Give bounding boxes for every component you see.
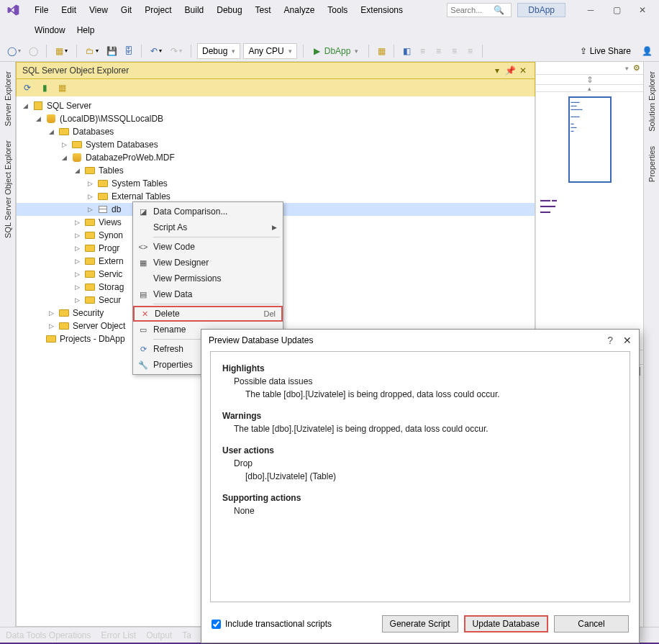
tb-icon-1[interactable]: ▦ — [375, 43, 388, 59]
cm-delete[interactable]: ✕DeleteDel — [133, 306, 283, 322]
new-item-button[interactable]: ▦▾ — [53, 46, 71, 56]
cm-data-comparison[interactable]: ◪Data Comparison... — [133, 204, 283, 219]
group-icon[interactable]: ▦ — [55, 80, 68, 96]
solution-label[interactable]: DbApp — [517, 3, 565, 17]
menu-extensions[interactable]: Extensions — [355, 2, 409, 18]
split-handle-icon[interactable]: ⇕ — [536, 75, 643, 85]
gear-icon[interactable]: ⚙ — [633, 63, 640, 73]
help-icon[interactable]: ? — [607, 335, 613, 346]
tab-data-tools[interactable]: Data Tools Operations — [6, 630, 91, 640]
include-transactional-checkbox[interactable]: Include transactional scripts — [212, 619, 332, 629]
menu-analyze[interactable]: Analyze — [278, 2, 321, 18]
search-box[interactable]: 🔍 — [447, 3, 512, 17]
menu-build[interactable]: Build — [179, 2, 210, 18]
update-database-button[interactable]: Update Database — [464, 615, 548, 632]
close-panel-icon[interactable]: ✕ — [517, 65, 529, 76]
tb-icon-2[interactable]: ◧ — [400, 43, 413, 59]
refresh-icon[interactable]: ⟳ — [21, 80, 34, 96]
config-dropdown[interactable]: Debug▾ — [197, 43, 240, 59]
minimize-button[interactable]: ─ — [578, 2, 603, 18]
tb-icon-5[interactable]: ≡ — [447, 43, 460, 59]
tb-icon-3[interactable]: ≡ — [416, 43, 429, 59]
checkbox-input[interactable] — [212, 620, 221, 629]
undo-button[interactable]: ↶▾ — [147, 46, 165, 56]
save-all-button[interactable]: 🗄 — [122, 43, 135, 59]
generate-script-button[interactable]: Generate Script — [382, 615, 458, 632]
cm-script-as[interactable]: Script As▶ — [133, 219, 283, 235]
tree-sql-server[interactable]: ◢SQL Server — [17, 99, 535, 112]
tab-task[interactable]: Ta — [182, 630, 191, 640]
code-minimap[interactable]: ▬▬▬▬▬▬▬▬▬▬▬▬▬▬▬▬ ▬▬ ▬▬▬▬▬▬ — [536, 92, 643, 350]
menu-git[interactable]: Git — [115, 2, 137, 18]
explorer-toolbar: ⟳ ▮ ▦ — [16, 79, 535, 96]
tree-instance[interactable]: ◢(LocalDB)\MSSQLLocalDB — [17, 112, 535, 125]
tree-system-databases[interactable]: ▷System Databases — [17, 138, 535, 151]
redo-button[interactable]: ↷▾ — [168, 46, 185, 56]
explorer-header: SQL Server Object Explorer ▾ 📌 ✕ — [16, 62, 535, 79]
menu-debug[interactable]: Debug — [211, 2, 247, 18]
forward-button[interactable]: ◯ — [27, 43, 40, 59]
highlights-line1: Possible data issues — [222, 375, 618, 388]
menu-edit[interactable]: Edit — [55, 2, 82, 18]
platform-dropdown[interactable]: Any CPU▾ — [243, 43, 296, 59]
tab-server-explorer[interactable]: Server Explorer — [1, 65, 14, 132]
refresh-icon: ⟳ — [136, 345, 150, 354]
properties-icon: 🔧 — [136, 360, 150, 370]
menu-window[interactable]: Window — [29, 22, 71, 38]
user-actions-line2: [dbo].[Uzivatele] (Table) — [222, 470, 618, 483]
back-button[interactable]: ◯▾ — [4, 46, 24, 56]
preview-database-updates-dialog: Preview Database Updates ? ✕ Highlights … — [201, 329, 640, 643]
pin-icon[interactable]: 📌 — [504, 65, 516, 76]
menu-project[interactable]: Project — [139, 2, 177, 18]
share-icon: ⇪ — [580, 46, 587, 56]
cancel-button[interactable]: Cancel — [554, 615, 629, 632]
tree-tables[interactable]: ◢Tables — [17, 164, 535, 177]
cm-view-data[interactable]: ▤View Data — [133, 286, 283, 302]
delete-icon: ✕ — [137, 309, 152, 319]
tree-databases[interactable]: ◢Databases — [17, 125, 535, 138]
account-icon[interactable]: 👤 — [640, 43, 655, 59]
tb-icon-6[interactable]: ≡ — [463, 43, 476, 59]
menu-view[interactable]: View — [83, 2, 114, 18]
search-input[interactable] — [450, 6, 494, 14]
checkbox-label: Include transactional scripts — [225, 619, 332, 629]
cm-view-code[interactable]: <>View Code — [133, 239, 283, 255]
dropdown-icon[interactable]: ▾ — [625, 65, 629, 72]
add-server-icon[interactable]: ▮ — [38, 80, 51, 96]
close-button[interactable]: ✕ — [630, 2, 655, 18]
tab-sql-server-object-explorer[interactable]: SQL Server Object Explorer — [1, 134, 14, 245]
menu-test[interactable]: Test — [250, 2, 277, 18]
cm-view-permissions[interactable]: View Permissions — [133, 271, 283, 286]
supporting-heading: Supporting actions — [222, 493, 301, 503]
open-button[interactable]: 🗀▾ — [83, 46, 101, 56]
tab-output[interactable]: Output — [146, 630, 172, 640]
menu-file[interactable]: File — [29, 2, 54, 18]
tb-icon-4[interactable]: ≡ — [432, 43, 445, 59]
user-actions-heading: User actions — [222, 445, 274, 455]
highlights-heading: Highlights — [222, 363, 265, 373]
window-position-icon[interactable]: ▾ — [491, 65, 503, 76]
start-button[interactable]: ▶DbApp▾ — [309, 43, 363, 59]
compare-icon: ◪ — [136, 207, 150, 217]
explorer-title: SQL Server Object Explorer — [22, 65, 490, 76]
tree-system-tables[interactable]: ▷System Tables — [17, 177, 535, 190]
warnings-heading: Warnings — [222, 411, 261, 421]
dialog-footer: Include transactional scripts Generate S… — [201, 609, 639, 643]
code-icon: <> — [136, 242, 150, 251]
menu-help[interactable]: Help — [71, 22, 101, 38]
tab-solution-explorer[interactable]: Solution Explorer — [645, 65, 658, 138]
tab-properties[interactable]: Properties — [645, 140, 658, 189]
save-button[interactable]: 💾 — [104, 43, 119, 59]
left-tool-rail: Server Explorer SQL Server Object Explor… — [0, 62, 16, 627]
menu-tools[interactable]: Tools — [322, 2, 353, 18]
close-dialog-icon[interactable]: ✕ — [623, 335, 632, 346]
chevron-right-icon: ▶ — [272, 224, 277, 231]
tab-error-list[interactable]: Error List — [101, 630, 137, 640]
live-share-button[interactable]: ⇪ Live Share — [574, 45, 637, 58]
vs-logo-icon — [4, 1, 22, 19]
warnings-line1: The table [dbo].[Uzivatele] is being dro… — [222, 422, 618, 435]
search-icon: 🔍 — [494, 5, 504, 15]
tree-user-database[interactable]: ◢DatabazeProWeb.MDF — [17, 151, 535, 164]
maximize-button[interactable]: ▢ — [604, 2, 629, 18]
cm-view-designer[interactable]: ▦View Designer — [133, 255, 283, 271]
